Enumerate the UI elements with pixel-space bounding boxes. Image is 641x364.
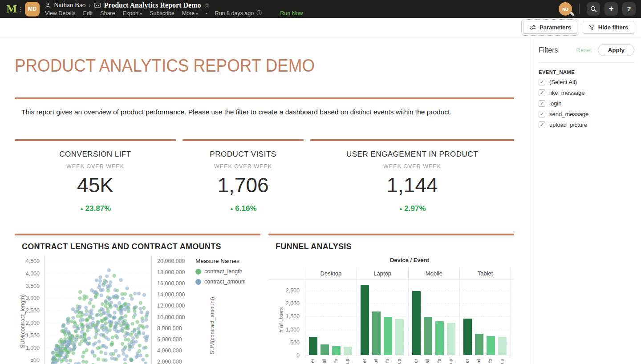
funnel-bar[interactable]	[395, 319, 404, 355]
triangle-up-icon: ▲	[80, 206, 84, 211]
filter-option-like_message[interactable]: ✓like_message	[539, 89, 634, 96]
funnel-bar[interactable]	[361, 285, 369, 355]
y-tick-left: 2,000	[26, 320, 40, 326]
funnel-x-tick: er	[361, 359, 367, 363]
checkbox-checked[interactable]: ✓	[539, 100, 545, 107]
checkbox-checked[interactable]: ✓	[539, 121, 545, 128]
y-tick-left: 3,000	[26, 295, 40, 301]
funnel-bar[interactable]	[498, 337, 507, 355]
funnel-x-tick: ail	[373, 359, 378, 364]
filter-option-send_message[interactable]: ✓send_message	[539, 111, 634, 117]
funnel-column-mobile	[408, 279, 460, 357]
y-tick-left: 4,500	[26, 258, 40, 264]
triangle-up-icon: ▲	[229, 206, 234, 211]
funnel-bar[interactable]	[447, 323, 455, 355]
y-tick-right: 8,000,000	[157, 325, 182, 332]
mode-logo[interactable]: M ⋮	[6, 4, 25, 14]
mode-logo-m: M	[6, 4, 17, 14]
funnel-ylabel: # of Users	[278, 291, 284, 349]
funnel-x-tick: up	[345, 359, 350, 364]
hide-filters-button[interactable]: Hide filters	[583, 21, 634, 34]
y-tick-left: 2,500	[26, 307, 40, 314]
funnel-bar[interactable]	[412, 291, 421, 355]
legend-title: Measure Names	[195, 258, 248, 264]
funnel-bar[interactable]	[332, 346, 341, 355]
legend-swatch	[195, 279, 201, 285]
caret-down-icon: ▾	[140, 12, 142, 16]
search-button[interactable]	[587, 2, 600, 16]
menu-item-edit[interactable]: Edit	[83, 10, 93, 16]
funnel-x-tick: ail	[425, 359, 430, 364]
funnel-xlabel-group: erailfoup	[357, 357, 408, 364]
scatter-title: CONTRACT LENGTHS AND CONTRACT AMOUNTS	[22, 242, 260, 251]
kpi-delta: ▲6.16%	[183, 204, 304, 213]
filter-option-login[interactable]: ✓login	[539, 100, 634, 107]
funnel-bar[interactable]	[320, 344, 329, 355]
kpi-delta: ▲23.87%	[15, 204, 176, 213]
funnel-x-tick: fo	[385, 359, 390, 363]
y-tick-right: 20,000,000	[157, 258, 185, 264]
funnel-column-header-desktop: Desktop	[305, 267, 357, 279]
triangle-up-icon: ▲	[398, 206, 403, 211]
legend-item-contract_length[interactable]: contract_length	[195, 268, 245, 275]
funnel-bar[interactable]	[487, 336, 495, 355]
funnel-xlabel-group: erailfoup	[408, 357, 460, 364]
kpi-value: 45K	[15, 173, 176, 197]
checkbox-checked[interactable]: ✓	[539, 89, 545, 96]
filter-option-upload_picture[interactable]: ✓upload_picture	[539, 121, 634, 128]
menu-item-more[interactable]: More▾	[182, 10, 198, 16]
y-tick-left: 1,500	[26, 332, 40, 339]
checkbox-checked[interactable]: ✓	[539, 111, 545, 117]
user-avatar-initials: NB	[562, 7, 568, 12]
menu-item-share[interactable]: Share	[100, 10, 115, 16]
kpi-value: 1,706	[183, 173, 304, 197]
funnel-column-desktop	[305, 279, 357, 357]
filter-option-selectall[interactable]: ✓(Select All)	[539, 79, 634, 85]
person-icon	[45, 2, 51, 8]
funnel-y-tick: 1,000	[286, 327, 300, 333]
star-icon[interactable]: ☆	[204, 2, 210, 9]
scatter-rule	[15, 234, 260, 235]
run-now-button[interactable]: Run Now	[280, 10, 303, 16]
workspace-avatar[interactable]: MD	[25, 2, 40, 16]
legend-item-contract_amount[interactable]: contract_amount	[195, 279, 245, 285]
filters-title: Filters	[539, 46, 576, 54]
filter-option-label: like_message	[549, 89, 585, 96]
kpi-delta-value: 23.87%	[85, 204, 111, 213]
funnel-title: FUNNEL ANALYSIS	[276, 242, 514, 251]
funnel-bar[interactable]	[475, 334, 483, 355]
menu-item-subscribe[interactable]: Subscribe	[150, 10, 174, 16]
parameters-button[interactable]: Parameters	[523, 21, 577, 34]
kpi-title: USER ENGAGEMENT IN PRODUCT	[310, 150, 514, 159]
user-avatar[interactable]: NB ✎	[559, 2, 572, 16]
funnel-xaxis-labels: erailfouperailfouperailfouperailfoup	[268, 357, 514, 364]
menu-dot-separator: •	[206, 11, 207, 16]
report-description: This report gives an overview of product…	[21, 108, 514, 116]
funnel-bar[interactable]	[463, 319, 472, 355]
funnel-x-tick: up	[448, 359, 453, 364]
menu-item-view-details[interactable]: View Details	[45, 10, 76, 16]
owner-name[interactable]: Nathan Bao	[54, 1, 85, 9]
scatter-plot-canvas[interactable]	[44, 256, 152, 364]
info-icon[interactable]: ⓘ	[256, 9, 262, 17]
reset-button[interactable]: Reset	[576, 47, 592, 53]
funnel-bar[interactable]	[372, 311, 381, 355]
funnel-x-tick: er	[464, 359, 470, 363]
question-icon: ?	[627, 5, 631, 12]
charts-row: CONTRACT LENGTHS AND CONTRACT AMOUNTS SU…	[15, 234, 514, 364]
funnel-bar[interactable]	[384, 317, 392, 355]
report-icon	[94, 2, 101, 8]
checkbox-checked[interactable]: ✓	[539, 79, 545, 85]
add-button[interactable]: +	[604, 2, 618, 16]
funnel-xlabel-group: erailfoup	[305, 357, 357, 364]
menu-item-export[interactable]: Export▾	[122, 10, 142, 16]
help-button[interactable]: ?	[622, 2, 636, 16]
funnel-bar[interactable]	[424, 317, 432, 355]
apply-button[interactable]: Apply	[598, 44, 634, 56]
legend-label: contract_length	[204, 268, 242, 275]
funnel-plot[interactable]	[305, 279, 511, 357]
report-canvas: PRODUCT ANALYTICS REPORT DEMO This repor…	[0, 37, 531, 364]
funnel-bar[interactable]	[435, 321, 444, 355]
funnel-bar[interactable]	[344, 347, 352, 355]
funnel-bar[interactable]	[309, 337, 317, 355]
